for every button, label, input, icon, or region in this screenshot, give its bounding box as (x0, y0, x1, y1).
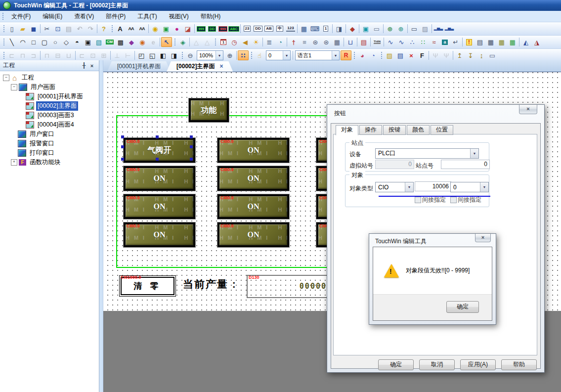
message-title-bar[interactable]: TouchWin 编辑工具 × (369, 234, 496, 247)
hmi-button[interactable]: HMI HMI HMIHMI HMI HMICI00.0ON (124, 166, 195, 191)
select-cursor-icon[interactable]: ↖ (161, 37, 172, 47)
dialog-tab-2[interactable]: 操作 (359, 125, 382, 135)
dot-matrix-icon[interactable]: ▩ (115, 37, 126, 47)
scale-part-icon[interactable]: ≣ (264, 37, 275, 47)
screen-properties-icon[interactable]: ▤ (395, 50, 406, 60)
send-to-back-icon[interactable]: ◱ (147, 50, 158, 60)
dialog-tab-3[interactable]: 按键 (383, 125, 406, 135)
selection-handle[interactable] (190, 135, 193, 138)
toolbar-grip[interactable] (250, 51, 253, 60)
help-icon[interactable]: ? (98, 24, 109, 34)
hmi-button[interactable]: HMI HMI HMIHMI HMI HMICI00.0气阀开 (124, 138, 195, 163)
color-chart-icon[interactable]: ◈ (177, 37, 188, 47)
zoom-level-combo[interactable]: 100%▾ (197, 50, 223, 60)
virtual-station-input[interactable]: 0 (375, 160, 414, 169)
hmi-button[interactable]: HMI HMI HMIHMI HMI HMICI00.0ON (217, 138, 289, 163)
hmi-stop-icon[interactable]: ▭ (487, 50, 498, 60)
message-ok-button[interactable]: 确定 (446, 301, 479, 313)
led-display-icon[interactable]: 999 (196, 24, 207, 34)
station-number-input[interactable]: 0 (441, 160, 490, 169)
production-label[interactable]: 当前产量 : (183, 277, 237, 291)
delete-screen-icon[interactable]: × (406, 50, 417, 60)
menu-item[interactable]: 部件(P) (100, 11, 131, 22)
clear-button[interactable]: CI01900.0 清 零 (119, 275, 176, 297)
enter-part-icon[interactable]: ↵ (450, 37, 461, 47)
tree-item[interactable]: [00003]画面3 (0, 111, 99, 120)
sample-save-icon[interactable]: ▦ (496, 37, 507, 47)
scatter-chart-icon[interactable]: ∴ (407, 37, 418, 47)
zoom-in-icon[interactable]: ⊕ (224, 50, 235, 60)
alarm-bar-icon[interactable]: ▤ (475, 37, 485, 47)
draw-line-icon[interactable]: ╲ (6, 37, 17, 47)
selection-handle[interactable] (121, 135, 124, 138)
hmi-upload-icon[interactable]: ↥ (454, 50, 465, 60)
state-preview-alt-icon[interactable]: ◔ (368, 50, 379, 60)
bar-graph-icon[interactable]: ▂▅▃ (433, 24, 444, 34)
insert-picture-icon[interactable]: ▧ (93, 37, 104, 47)
dropdown-arrow-icon[interactable]: ▾ (332, 51, 339, 60)
draw-frame-icon[interactable]: ▣ (83, 37, 93, 47)
alarm-list-icon[interactable]: ! (464, 37, 475, 47)
menu-item[interactable]: 查看(V) (68, 11, 100, 22)
screen-tab[interactable]: [00002]主界面× (167, 61, 233, 72)
static-text-icon[interactable]: A (115, 24, 126, 34)
pipe-part-icon[interactable]: ≡ (299, 37, 310, 47)
menu-item[interactable]: 帮助(H) (195, 11, 227, 22)
buzzer-part-icon[interactable]: ◀ (240, 37, 251, 47)
state-preview-icon[interactable]: ◕ (357, 50, 368, 60)
toolbar-grip[interactable] (214, 38, 216, 46)
draw-sector-icon[interactable]: ◓ (72, 37, 83, 47)
dropdown-arrow-icon[interactable]: ▾ (216, 51, 223, 60)
draw-rectangle-icon[interactable]: □ (28, 37, 39, 47)
menu-item[interactable]: 视图(V) (163, 11, 195, 22)
date-part-icon[interactable]: 1 (218, 37, 229, 47)
meter-part-icon[interactable]: ◔ (275, 37, 286, 47)
map-part-icon[interactable]: ◆ (126, 37, 137, 47)
selection-handle[interactable] (156, 158, 159, 161)
tree-item[interactable]: 报警窗口 (0, 139, 99, 148)
zoom-out-icon[interactable]: ⊖ (185, 50, 196, 60)
tree-item[interactable]: −⌂工程 (0, 73, 99, 83)
draw-polygon-icon[interactable]: ◇ (61, 37, 72, 47)
state-combo[interactable]: 0▾ (266, 50, 291, 60)
cut-icon[interactable]: ✂ (42, 24, 52, 34)
upload-data-icon[interactable]: ⊕ (395, 24, 406, 34)
keyboard-icon[interactable]: ⌨ (309, 24, 320, 34)
dialog-button-cancel[interactable]: 取消 (419, 359, 455, 370)
collapse-icon[interactable]: − (11, 84, 17, 90)
menu-item[interactable]: 文件(F) (5, 11, 37, 22)
download-data-icon[interactable]: ⊕ (385, 24, 395, 34)
display-window-icon[interactable]: ▭ (371, 24, 382, 34)
selection-handle[interactable] (190, 158, 193, 161)
dialog-button-ok[interactable]: 确定 (378, 359, 414, 370)
touch-test-icon[interactable]: ☝ (254, 50, 265, 60)
tab-close-icon[interactable]: × (219, 63, 223, 70)
palette-part-icon[interactable]: ◉ (137, 37, 148, 47)
dialog-button-help[interactable]: 帮助 (501, 359, 537, 370)
selection-handle[interactable] (156, 135, 159, 138)
hmi-download-icon[interactable]: ↧ (465, 50, 476, 60)
touch-key-icon[interactable]: ● (172, 24, 182, 34)
gallery-icon[interactable]: ◆ (347, 24, 358, 34)
menu-item[interactable]: 编辑(E) (37, 11, 68, 22)
screen-tab[interactable]: [00001]开机界面 (107, 61, 171, 72)
save-icon[interactable]: ◼ (28, 24, 39, 34)
chinese-display-icon[interactable]: 中 (274, 24, 285, 34)
multi-trend-chart-icon[interactable]: ≈ (429, 37, 439, 47)
data-display-icon[interactable]: DD (253, 24, 263, 34)
pin-icon[interactable]: ╂ (80, 62, 88, 69)
indicator-lamp-icon[interactable]: ◉ (150, 24, 161, 34)
toolbar-grip[interactable] (2, 38, 5, 46)
trend-chart-icon[interactable]: ∿ (385, 37, 396, 47)
hmi-button[interactable]: HMI HMI HMIHMI HMI HMICI00.0ON (124, 222, 195, 247)
open-folder-icon[interactable]: ▰ (17, 24, 28, 34)
copy-icon[interactable]: ⊡ (52, 24, 63, 34)
operate-record-icon[interactable]: ◭ (520, 37, 531, 47)
led-display-red-icon[interactable]: 999 (217, 24, 228, 34)
expand-icon[interactable]: + (11, 159, 17, 166)
data-group-icon[interactable]: a (439, 37, 450, 47)
draw-ellipse-icon[interactable]: ○ (50, 37, 61, 47)
text-shrink-icon[interactable]: AA (136, 24, 147, 34)
device-combo[interactable]: PLC口 ▼ (375, 148, 479, 159)
dropdown-arrow-icon[interactable]: ▼ (470, 149, 478, 158)
